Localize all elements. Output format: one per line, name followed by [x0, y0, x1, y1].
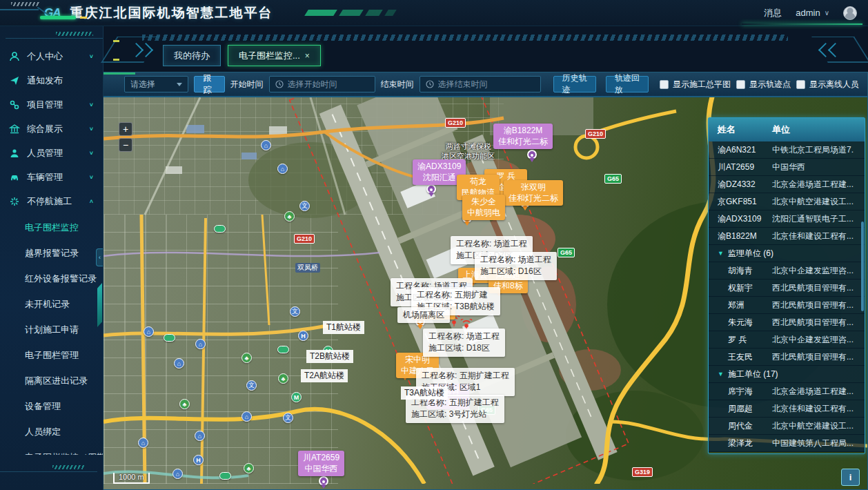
sidebar-item-nonstop-construction[interactable]: 不停航施工 ∧	[0, 189, 103, 213]
sidebar-submenu-item[interactable]: 红外设备报警记录	[0, 266, 103, 291]
chevron-down-icon: ∨	[89, 150, 94, 156]
header: GA 重庆江北国际机场智慧工地平台 消息 admin ∨	[0, 0, 868, 26]
sidebar-item-personnel[interactable]: 人员管理 ∨	[0, 141, 103, 165]
terminal-label: T3A航站楼	[401, 386, 448, 400]
tab-electronic-fence-monitoring[interactable]: 电子围栏监控... ×	[228, 45, 321, 66]
title-dashes-decoration	[306, 10, 395, 16]
map-person-pin[interactable]	[426, 184, 436, 194]
map-person-pin[interactable]	[319, 476, 328, 486]
map-poi-icon: 文	[246, 380, 257, 391]
chevron-down-icon: ∨	[89, 174, 94, 180]
table-row[interactable]: 席宇海北京金港场道工程建...	[709, 383, 865, 400]
map-poi-icon: 文	[283, 413, 293, 423]
display-option-checkbox[interactable]: 显示离线人员	[796, 79, 859, 90]
sidebar-item-notifications[interactable]: 通知发布	[0, 68, 103, 92]
people-icon	[9, 148, 20, 159]
close-icon[interactable]: ×	[305, 51, 310, 61]
scrollbar[interactable]	[861, 222, 864, 311]
row-name: 京GKF851	[709, 196, 772, 208]
table-group-row[interactable]: ▼施工单位 (17)	[709, 366, 865, 383]
history-track-button[interactable]: 历史轨迹	[553, 76, 596, 92]
terminal-label: T2A航站楼	[301, 369, 348, 382]
user-menu[interactable]: admin ∨	[796, 8, 829, 18]
map-poi-icon: H	[298, 331, 308, 341]
table-row[interactable]: 权新宇西北民航项目管理有...	[709, 280, 865, 297]
start-time-picker[interactable]	[269, 76, 375, 92]
sidebar-item-projects[interactable]: 项目管理 ∨	[0, 92, 103, 117]
table-row[interactable]: 王友民西北民航项目管理有...	[709, 349, 865, 366]
row-name: 渝DZ4332	[709, 179, 772, 190]
terminal-label: T2B航站楼	[306, 350, 353, 363]
vehicle-map-label[interactable]: 川AT2659中国华西	[298, 451, 344, 476]
sidebar-item-vehicles[interactable]: 车辆管理 ∨	[0, 165, 103, 189]
sidebar-item-personal-center[interactable]: 个人中心 ∨	[0, 44, 103, 68]
sidebar-submenu-item[interactable]: 电子围栏监控	[0, 215, 103, 240]
row-name: 周代金	[709, 420, 772, 432]
table-row[interactable]: 罗 兵北京中企建发监理咨...	[709, 331, 865, 349]
table-row[interactable]: 川AT2659中国华西	[709, 159, 865, 176]
terminal-label: T1航站楼	[323, 321, 364, 334]
zoom-in-button[interactable]: +	[119, 122, 132, 136]
end-time-picker[interactable]	[420, 76, 541, 92]
map-poi-icon	[164, 334, 175, 342]
spinner-icon	[9, 196, 20, 207]
table-row[interactable]: 渝ADX3109沈阳汇通智联电子工...	[709, 210, 865, 228]
vehicle-map-label[interactable]: 渝B1822M佳和灯光二标	[493, 124, 553, 149]
collapse-triangle-icon[interactable]: ▼	[718, 250, 724, 257]
map-person-pin[interactable]	[527, 150, 537, 159]
messages-link[interactable]: 消息	[764, 7, 782, 19]
map-canvas[interactable]: + − ⌂⌂⌂⌂⌂⌂⌂⌂⌂♣♣♣♣♣文文文文MMHH G210G210G210G…	[103, 97, 868, 490]
zoom-out-button[interactable]: −	[119, 138, 132, 152]
sidebar-submenu-item[interactable]: 隔离区进出记录	[0, 368, 103, 393]
sidebar-submenu-item[interactable]: 未开机记录	[0, 291, 103, 317]
sidebar-submenu-item[interactable]: 电子围栏监控（四期）	[0, 444, 103, 455]
info-button[interactable]: i	[841, 469, 860, 486]
row-name: 王友民	[709, 351, 772, 363]
track-button[interactable]: 跟踪	[194, 76, 224, 92]
toolbar: 请选择 跟踪 开始时间 结束时间 历史轨迹 轨迹回放	[103, 72, 868, 97]
clock-icon	[426, 80, 434, 88]
display-option-checkbox[interactable]: 显示施工总平图	[660, 79, 731, 90]
table-row[interactable]: 渝B1822M北京佳和建设工程有...	[709, 228, 865, 245]
row-name: 郑洲	[709, 300, 772, 311]
checkbox-box-icon[interactable]	[660, 80, 669, 89]
sidebar-submenu-item[interactable]: 电子围栏管理	[0, 342, 103, 368]
table-row[interactable]: 胡海青北京中企建发监理咨...	[709, 262, 865, 280]
person-select-dropdown[interactable]: 请选择	[124, 76, 188, 92]
sidebar-submenu-item[interactable]: 计划施工申请	[0, 317, 103, 342]
collapse-triangle-icon[interactable]: ▼	[718, 371, 724, 378]
sidebar-collapse-handle[interactable]: ‹	[96, 248, 103, 266]
sidebar-submenu-item[interactable]: 越界报警记录	[0, 240, 103, 266]
table-row[interactable]: 梁泽龙中国建筑第八工程局...	[709, 435, 865, 452]
checkbox-box-icon[interactable]	[736, 80, 745, 89]
start-time-input[interactable]	[288, 79, 369, 89]
display-option-checkbox[interactable]: 显示轨迹点	[736, 79, 791, 90]
sidebar-submenu-item[interactable]: 设备管理	[0, 393, 103, 419]
table-group-row[interactable]: ▼监理单位 (6)	[709, 245, 865, 262]
checkbox-box-icon[interactable]	[796, 80, 805, 89]
sidebar-submenu-item[interactable]: 人员绑定	[0, 419, 103, 444]
person-map-label[interactable]: 朱少全中航弱电	[462, 195, 505, 220]
table-row[interactable]: 京GKF851北京中航空港建设工...	[709, 193, 865, 210]
track-playback-button[interactable]: 轨迹回放	[606, 76, 649, 92]
sidebar-item-overview[interactable]: 综合展示 ∨	[0, 117, 103, 141]
map-poi-icon: ♣	[244, 463, 254, 473]
table-row[interactable]: 渝DZ4332北京金港场道工程建...	[709, 176, 865, 193]
row-unit: 北京佳和建设工程有...	[772, 231, 865, 242]
avatar[interactable]	[843, 6, 857, 20]
table-row[interactable]: 周愿超北京佳和建设工程有...	[709, 400, 865, 418]
tab-my-todo[interactable]: 我的待办	[163, 45, 221, 66]
table-header: 姓名 单位	[709, 118, 865, 141]
map-place-label: 双凤桥	[295, 263, 320, 273]
table-row[interactable]: 渝A6N321中铁北京工程局场道7.	[709, 141, 865, 159]
table-row[interactable]: 周代金北京中航空港建设工...	[709, 418, 865, 435]
map-poi-icon: ♣	[179, 399, 190, 409]
table-row[interactable]: 郑洲西北民航项目管理有...	[709, 297, 865, 314]
tabbar-yellow-tick	[113, 59, 119, 61]
project-tooltip: 机场隔离区	[397, 307, 450, 323]
end-time-input[interactable]	[438, 79, 535, 89]
username: admin	[796, 8, 820, 18]
table-row[interactable]: 朱元海西北民航项目管理有...	[709, 314, 865, 331]
person-map-label[interactable]: 张双明佳和灯光二标	[504, 180, 563, 206]
map-poi-icon: ⌂	[195, 431, 205, 441]
